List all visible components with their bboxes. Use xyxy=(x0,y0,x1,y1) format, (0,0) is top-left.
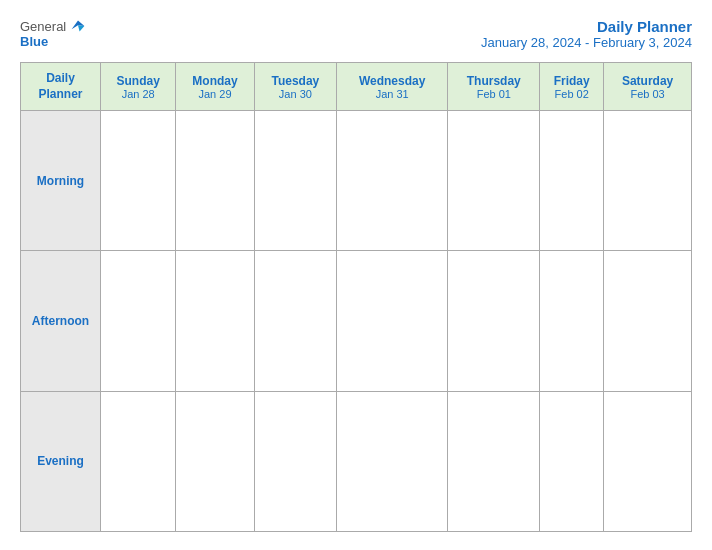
cell-morning-saturday[interactable] xyxy=(604,111,692,251)
table-row-morning: Morning xyxy=(21,111,692,251)
table-row-afternoon: Afternoon xyxy=(21,251,692,391)
date-range: January 28, 2024 - February 3, 2024 xyxy=(481,35,692,50)
day-date-wednesday: Jan 31 xyxy=(339,88,445,100)
col-header-sunday: Sunday Jan 28 xyxy=(101,63,176,111)
day-name-thursday: Thursday xyxy=(450,74,537,88)
day-name-wednesday: Wednesday xyxy=(339,74,445,88)
planner-table: Daily Planner Sunday Jan 28 Monday Jan 2… xyxy=(20,62,692,532)
day-date-monday: Jan 29 xyxy=(178,88,251,100)
cell-morning-thursday[interactable] xyxy=(448,111,540,251)
day-name-friday: Friday xyxy=(542,74,601,88)
row-label-afternoon: Afternoon xyxy=(21,251,101,391)
cell-morning-tuesday[interactable] xyxy=(254,111,336,251)
day-name-sunday: Sunday xyxy=(103,74,173,88)
row-label-morning: Morning xyxy=(21,111,101,251)
day-name-saturday: Saturday xyxy=(606,74,689,88)
cell-evening-sunday[interactable] xyxy=(101,391,176,531)
logo-bird-icon xyxy=(70,18,86,34)
table-row-evening: Evening xyxy=(21,391,692,531)
cell-afternoon-saturday[interactable] xyxy=(604,251,692,391)
cell-afternoon-tuesday[interactable] xyxy=(254,251,336,391)
table-label-header: Daily Planner xyxy=(21,63,101,111)
logo-blue: Blue xyxy=(20,34,48,49)
col-header-monday: Monday Jan 29 xyxy=(176,63,254,111)
svg-marker-1 xyxy=(78,25,84,31)
day-date-tuesday: Jan 30 xyxy=(257,88,334,100)
cell-afternoon-wednesday[interactable] xyxy=(336,251,447,391)
cell-afternoon-thursday[interactable] xyxy=(448,251,540,391)
col-header-thursday: Thursday Feb 01 xyxy=(448,63,540,111)
logo-area: General Blue xyxy=(20,18,86,49)
row-label-evening: Evening xyxy=(21,391,101,531)
col-header-saturday: Saturday Feb 03 xyxy=(604,63,692,111)
cell-afternoon-monday[interactable] xyxy=(176,251,254,391)
cell-evening-friday[interactable] xyxy=(540,391,604,531)
cell-evening-thursday[interactable] xyxy=(448,391,540,531)
page-header: General Blue Daily Planner January 28, 2… xyxy=(20,18,692,50)
cell-evening-saturday[interactable] xyxy=(604,391,692,531)
logo-general: General xyxy=(20,19,66,34)
day-name-monday: Monday xyxy=(178,74,251,88)
day-date-saturday: Feb 03 xyxy=(606,88,689,100)
cell-morning-friday[interactable] xyxy=(540,111,604,251)
cell-evening-tuesday[interactable] xyxy=(254,391,336,531)
col-header-friday: Friday Feb 02 xyxy=(540,63,604,111)
cell-morning-sunday[interactable] xyxy=(101,111,176,251)
day-date-thursday: Feb 01 xyxy=(450,88,537,100)
day-date-sunday: Jan 28 xyxy=(103,88,173,100)
day-date-friday: Feb 02 xyxy=(542,88,601,100)
day-name-tuesday: Tuesday xyxy=(257,74,334,88)
cell-evening-monday[interactable] xyxy=(176,391,254,531)
col-header-tuesday: Tuesday Jan 30 xyxy=(254,63,336,111)
label-header-line1: Daily xyxy=(46,71,75,85)
title-area: Daily Planner January 28, 2024 - Februar… xyxy=(481,18,692,50)
cell-afternoon-friday[interactable] xyxy=(540,251,604,391)
cell-afternoon-sunday[interactable] xyxy=(101,251,176,391)
cell-evening-wednesday[interactable] xyxy=(336,391,447,531)
label-header-line2: Planner xyxy=(38,87,82,101)
table-header-row: Daily Planner Sunday Jan 28 Monday Jan 2… xyxy=(21,63,692,111)
col-header-wednesday: Wednesday Jan 31 xyxy=(336,63,447,111)
page-title: Daily Planner xyxy=(481,18,692,35)
cell-morning-monday[interactable] xyxy=(176,111,254,251)
cell-morning-wednesday[interactable] xyxy=(336,111,447,251)
